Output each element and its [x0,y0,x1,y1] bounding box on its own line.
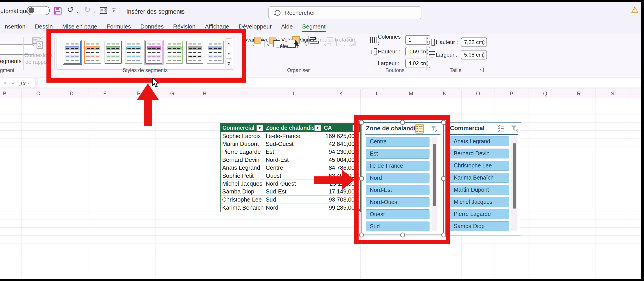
spinner-input[interactable]: 5,08 cm ∧∨ [461,50,487,60]
size-dialog-launcher-icon[interactable]: ↘ [479,68,484,72]
slicer-item[interactable]: Christophe Lee [450,161,509,170]
toolbar-overflow-icon[interactable]: ∨ [112,8,116,12]
slicer-item[interactable]: Bernard Devin [450,148,509,158]
spinner-input[interactable]: 4,02 cm ∧∨ [405,58,430,68]
segment-group-label: gment [0,67,20,74]
column-header[interactable]: J [264,89,322,98]
insert-function-icon[interactable]: ƒx [20,80,25,86]
cancel-icon[interactable]: × [3,80,6,87]
column-header[interactable]: G [156,89,189,98]
column-header[interactable]: L [360,89,394,98]
buttons-fields: Colonnes : 1 ∧∨ Hauteur : 0,69 cm ∧∨ Lar… [370,35,430,68]
mouse-cursor-icon [152,78,161,88]
window-top-edge [0,0,644,2]
table-row[interactable]: Anaïs Legrand Centre 84 786,00 € [220,164,360,172]
search-input[interactable]: Rechercher [268,6,422,19]
column-header[interactable]: M [394,89,428,98]
organiser-button[interactable]: Grouper ∨ [316,36,335,47]
column-header[interactable]: O [462,89,495,98]
group-separator [485,37,485,70]
scrollbar-thumb[interactable] [513,144,516,208]
filter-dropdown-icon[interactable]: ▼ [256,125,263,131]
chevron-down-icon[interactable]: ∨ [28,81,30,85]
spinner-field: Colonnes : 1 ∧∨ [370,35,430,45]
slicer-item[interactable]: Karima Benaïch [450,173,509,183]
autosave-toggle[interactable] [27,6,50,15]
field-icon [428,51,436,58]
table-row[interactable]: Martin Dupont Sud-Ouest 42 841,00 € [220,140,360,148]
annotation-arrow-right-head [342,170,354,190]
column-header[interactable]: S [596,89,630,98]
insert-slicers-chevron-icon[interactable]: ∨ [180,10,182,14]
table-header-commercial: Commercial ▼ [220,124,264,132]
undo-chevron-icon[interactable]: ∨ [76,10,79,14]
table-row[interactable]: Samba Diop Sud-Est 17 149,00 € [220,188,360,196]
organiser-button[interactable]: Rotation ∨ [335,36,354,47]
table-row[interactable]: Christophe Lee Sud 93 703,00 € [220,196,360,204]
data-table: Commercial ▼ Zone de chalandise ▼ CA ▼ S… [220,123,360,212]
report-connections-icon [31,36,44,50]
enter-icon[interactable]: ✓ [12,80,16,86]
table-row[interactable]: Sophie Lacroix Île-de-France 169 625,00 … [220,132,360,140]
organiser-button[interactable]: Avancer ∨ [244,36,263,47]
column-header[interactable]: R [562,89,596,98]
slicer-item[interactable]: Pierre Lagarde [450,209,509,219]
size-fields: Hauteur : 7,22 cm ∧∨ Largeur : 5,08 cm ∧… [428,37,487,60]
form-view-icon[interactable] [100,7,107,15]
slicer-item[interactable]: Samba Diop [450,221,509,231]
field-icon [370,48,378,55]
column-header[interactable]: C [22,89,55,98]
spinner-input[interactable]: 0,69 cm ∧∨ [405,47,430,56]
spinner-input[interactable]: 1 ∧∨ [405,35,430,45]
column-header[interactable]: K [322,89,360,98]
spinner-field: Hauteur : 0,69 cm ∧∨ [370,47,430,56]
ribbon-tab[interactable]: nsertion [0,20,30,33]
redo-chevron-icon: ∨ [93,10,96,14]
window-bottom-edge [0,279,644,281]
warning-icon[interactable]: ⚠ [631,5,638,15]
insert-slicers-button[interactable]: Insérer des segments [126,8,185,15]
group-separator [358,37,358,70]
filter-dropdown-icon[interactable]: ▼ [314,125,321,131]
column-header[interactable]: D [55,89,88,98]
slicer-item[interactable]: Martin Dupont [450,185,509,195]
table-header-zone: Zone de chalandise ▼ [264,124,322,132]
window-right-edge [641,0,644,281]
slicer-caption-partial-label: egments [0,58,22,64]
annotation-rectangle-slicer [354,115,450,244]
spinner-input[interactable]: 7,22 cm ∧∨ [461,38,487,47]
toggle-knob-icon [28,8,34,13]
redo-button: ↻ [84,5,91,14]
table-row[interactable]: Pierre Lagarde Est 94 230,00 € [220,148,360,156]
size-group-label: Taille [433,67,478,74]
slicer-commercial[interactable]: Commercial Anaïs LegrandBernard DevinChr… [446,122,521,236]
undo-button[interactable]: ↺ [67,5,74,14]
save-icon[interactable] [54,7,62,16]
annotation-arrow-up [144,99,152,126]
column-header[interactable]: B [0,89,22,98]
spinner-field: Hauteur : 7,22 cm ∧∨ [428,37,487,47]
search-icon [275,10,280,16]
column-header[interactable]: H [189,89,220,98]
table-header-row: Commercial ▼ Zone de chalandise ▼ CA ▼ [220,124,360,132]
spinner-field: Largeur : 5,08 cm ∧∨ [428,50,487,60]
organiser-group-label: Organiser [276,67,321,74]
column-headers: BCDEFGHIJKLMNOPQRS [0,89,644,98]
column-header[interactable]: Q [528,89,562,98]
slicer-scrollbar[interactable] [512,136,517,231]
column-header[interactable]: I [220,89,264,98]
slicer-item[interactable]: Michel Jacques [450,197,509,207]
autosave-label: utomatique [0,8,30,14]
slicer-item[interactable]: Anaïs Legrand [450,136,509,146]
buttons-group-label: Boutons [372,67,417,74]
ribbon-tab[interactable]: Aide [276,20,298,33]
multi-select-icon[interactable] [497,124,506,133]
column-header[interactable]: P [495,89,528,98]
column-header[interactable]: N [428,89,462,98]
formula-bar-buttons: × ✓ ƒx ∨ [0,78,36,88]
column-header[interactable]: E [88,89,122,98]
table-row[interactable]: Karima Benaïch Nord 99 285,00 € [220,204,360,212]
field-icon [370,36,378,44]
ribbon-tab[interactable]: Segment [298,20,330,33]
table-row[interactable]: Bernard Devin Nord-Est 45 004,00 € [220,156,360,164]
